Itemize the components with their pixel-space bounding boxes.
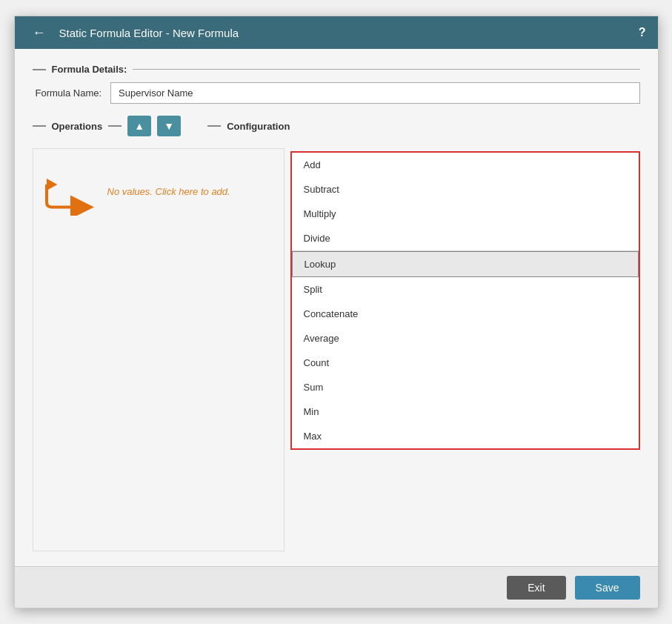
dropdown-item-max[interactable]: Max	[292, 424, 639, 448]
move-down-button[interactable]: ▼	[157, 116, 181, 136]
operation-dropdown-list: Add Subtract Multiply Divide Lookup Spli…	[290, 151, 640, 450]
dropdown-item-count[interactable]: Count	[292, 351, 639, 375]
dropdown-item-sum[interactable]: Sum	[292, 375, 639, 399]
dropdown-item-multiply[interactable]: Multiply	[292, 202, 639, 226]
section-dash-config-left	[207, 125, 221, 127]
static-formula-editor-dialog: ← Static Formula Editor - New Formula ? …	[14, 16, 659, 608]
dialog-body: Formula Details: Formula Name: Operation…	[15, 49, 658, 566]
dropdown-item-concatenate[interactable]: Concatenate	[292, 302, 639, 326]
exit-button[interactable]: Exit	[507, 576, 565, 600]
section-dash-left	[33, 69, 46, 70]
configuration-label: Configuration	[227, 121, 290, 132]
section-dash-ops-left	[33, 125, 46, 127]
dropdown-item-average[interactable]: Average	[292, 326, 639, 351]
formula-name-row: Formula Name:	[33, 82, 640, 104]
dialog-header: ← Static Formula Editor - New Formula ?	[15, 16, 658, 49]
back-button[interactable]: ←	[27, 22, 52, 44]
dropdown-item-min[interactable]: Min	[292, 399, 639, 424]
formula-name-input[interactable]	[110, 82, 639, 104]
operations-config-header-row: Operations ▲ ▼ Configuration	[33, 116, 640, 136]
dropdown-item-divide[interactable]: Divide	[292, 226, 639, 250]
dropdown-item-add[interactable]: Add	[292, 153, 639, 177]
dropdown-item-subtract[interactable]: Subtract	[292, 177, 639, 202]
svg-marker-1	[47, 179, 57, 190]
save-button[interactable]: Save	[575, 576, 640, 600]
formula-name-label: Formula Name:	[36, 87, 102, 99]
dialog-title: Static Formula Editor - New Formula	[59, 27, 239, 39]
move-up-button[interactable]: ▲	[127, 116, 151, 136]
formula-details-section: Formula Details: Formula Name:	[33, 64, 640, 104]
operations-label: Operations	[52, 121, 103, 132]
formula-details-label: Formula Details:	[52, 64, 127, 75]
arrow-annotation	[41, 171, 100, 219]
header-left: ← Static Formula Editor - New Formula	[27, 22, 239, 44]
dialog-footer: Exit Save	[15, 566, 658, 608]
main-content: No values. Click here to add. Add Subtra…	[33, 148, 640, 551]
config-panel: Add Subtract Multiply Divide Lookup Spli…	[285, 148, 640, 551]
section-line-right	[133, 69, 639, 70]
help-button[interactable]: ?	[639, 26, 646, 39]
operations-panel[interactable]: No values. Click here to add.	[33, 148, 285, 551]
no-values-text[interactable]: No values. Click here to add.	[107, 186, 230, 197]
section-dash-ops-right	[108, 125, 122, 127]
formula-details-header: Formula Details:	[33, 64, 640, 75]
dropdown-item-lookup[interactable]: Lookup	[292, 251, 639, 277]
dropdown-item-split[interactable]: Split	[292, 277, 639, 302]
